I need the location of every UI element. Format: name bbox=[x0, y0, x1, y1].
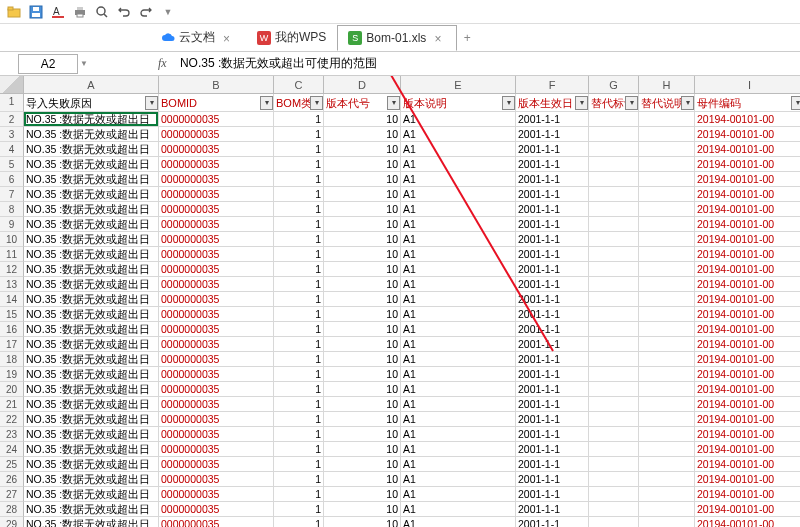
data-cell[interactable]: 20194-00101-00 bbox=[695, 322, 800, 337]
data-cell[interactable]: NO.35 :数据无效或超出日 bbox=[24, 457, 159, 472]
save-icon[interactable] bbox=[28, 4, 44, 20]
data-cell[interactable] bbox=[589, 487, 639, 502]
data-cell[interactable]: 20194-00101-00 bbox=[695, 382, 800, 397]
row-header[interactable]: 25 bbox=[0, 457, 24, 472]
data-cell[interactable]: 20194-00101-00 bbox=[695, 187, 800, 202]
data-cell[interactable]: NO.35 :数据无效或超出日 bbox=[24, 292, 159, 307]
row-header[interactable]: 24 bbox=[0, 442, 24, 457]
data-cell[interactable]: 0000000035 bbox=[159, 127, 274, 142]
data-cell[interactable]: 1 bbox=[274, 352, 324, 367]
row-header[interactable]: 3 bbox=[0, 127, 24, 142]
data-cell[interactable]: 2001-1-1 bbox=[516, 217, 589, 232]
column-header[interactable]: A bbox=[24, 76, 159, 94]
data-cell[interactable] bbox=[639, 322, 695, 337]
data-cell[interactable] bbox=[639, 352, 695, 367]
data-cell[interactable] bbox=[589, 442, 639, 457]
close-icon[interactable]: × bbox=[223, 32, 235, 44]
data-cell[interactable]: 0000000035 bbox=[159, 157, 274, 172]
data-cell[interactable]: A1 bbox=[401, 457, 516, 472]
data-cell[interactable] bbox=[639, 232, 695, 247]
column-header[interactable]: G bbox=[589, 76, 639, 94]
data-cell[interactable]: 0000000035 bbox=[159, 217, 274, 232]
header-cell[interactable]: 版本说明▾ bbox=[401, 94, 516, 112]
data-cell[interactable]: 0000000035 bbox=[159, 352, 274, 367]
data-cell[interactable]: 2001-1-1 bbox=[516, 292, 589, 307]
data-cell[interactable]: 1 bbox=[274, 487, 324, 502]
data-cell[interactable]: 10 bbox=[324, 187, 401, 202]
row-header[interactable]: 4 bbox=[0, 142, 24, 157]
header-cell[interactable]: 替代说明▾ bbox=[639, 94, 695, 112]
data-cell[interactable]: NO.35 :数据无效或超出日 bbox=[24, 502, 159, 517]
data-cell[interactable]: 2001-1-1 bbox=[516, 142, 589, 157]
data-cell[interactable]: 1 bbox=[274, 367, 324, 382]
print-icon[interactable] bbox=[72, 4, 88, 20]
data-cell[interactable]: 20194-00101-00 bbox=[695, 172, 800, 187]
data-cell[interactable] bbox=[589, 517, 639, 527]
column-header[interactable]: I bbox=[695, 76, 800, 94]
filter-dropdown-icon[interactable]: ▾ bbox=[145, 96, 158, 110]
data-cell[interactable]: 20194-00101-00 bbox=[695, 472, 800, 487]
column-header[interactable]: B bbox=[159, 76, 274, 94]
data-cell[interactable] bbox=[639, 412, 695, 427]
data-cell[interactable]: NO.35 :数据无效或超出日 bbox=[24, 487, 159, 502]
data-cell[interactable]: 2001-1-1 bbox=[516, 187, 589, 202]
row-header[interactable]: 18 bbox=[0, 352, 24, 367]
data-cell[interactable]: A1 bbox=[401, 427, 516, 442]
data-cell[interactable]: 2001-1-1 bbox=[516, 412, 589, 427]
data-cell[interactable]: 20194-00101-00 bbox=[695, 412, 800, 427]
data-cell[interactable] bbox=[589, 427, 639, 442]
data-cell[interactable] bbox=[639, 202, 695, 217]
folder-icon[interactable] bbox=[6, 4, 22, 20]
data-cell[interactable]: 0000000035 bbox=[159, 517, 274, 527]
data-cell[interactable]: 1 bbox=[274, 502, 324, 517]
data-cell[interactable]: 2001-1-1 bbox=[516, 307, 589, 322]
row-header[interactable]: 21 bbox=[0, 397, 24, 412]
data-cell[interactable]: A1 bbox=[401, 247, 516, 262]
data-cell[interactable]: NO.35 :数据无效或超出日 bbox=[24, 217, 159, 232]
data-cell[interactable]: 20194-00101-00 bbox=[695, 352, 800, 367]
data-cell[interactable]: NO.35 :数据无效或超出日 bbox=[24, 322, 159, 337]
data-cell[interactable] bbox=[589, 232, 639, 247]
data-cell[interactable]: A1 bbox=[401, 187, 516, 202]
data-cell[interactable]: 1 bbox=[274, 127, 324, 142]
formula-value[interactable]: NO.35 :数据无效或超出可使用的范围 bbox=[174, 55, 800, 72]
filter-dropdown-icon[interactable]: ▾ bbox=[260, 96, 273, 110]
data-cell[interactable] bbox=[639, 487, 695, 502]
data-cell[interactable]: 1 bbox=[274, 517, 324, 527]
data-cell[interactable]: NO.35 :数据无效或超出日 bbox=[24, 352, 159, 367]
data-cell[interactable]: 10 bbox=[324, 517, 401, 527]
data-cell[interactable]: 2001-1-1 bbox=[516, 262, 589, 277]
data-cell[interactable] bbox=[639, 127, 695, 142]
data-cell[interactable]: 1 bbox=[274, 232, 324, 247]
row-header[interactable]: 5 bbox=[0, 157, 24, 172]
data-cell[interactable] bbox=[589, 397, 639, 412]
data-cell[interactable]: 2001-1-1 bbox=[516, 487, 589, 502]
data-cell[interactable]: 1 bbox=[274, 307, 324, 322]
data-cell[interactable]: 2001-1-1 bbox=[516, 277, 589, 292]
data-cell[interactable]: 20194-00101-00 bbox=[695, 262, 800, 277]
data-cell[interactable]: 2001-1-1 bbox=[516, 202, 589, 217]
data-cell[interactable]: 0000000035 bbox=[159, 277, 274, 292]
data-cell[interactable]: 2001-1-1 bbox=[516, 502, 589, 517]
data-cell[interactable]: A1 bbox=[401, 292, 516, 307]
name-box[interactable] bbox=[18, 54, 78, 74]
column-header[interactable]: D bbox=[324, 76, 401, 94]
data-cell[interactable] bbox=[639, 442, 695, 457]
data-cell[interactable] bbox=[639, 307, 695, 322]
data-cell[interactable]: 2001-1-1 bbox=[516, 157, 589, 172]
data-cell[interactable]: NO.35 :数据无效或超出日 bbox=[24, 172, 159, 187]
data-cell[interactable]: 2001-1-1 bbox=[516, 517, 589, 527]
data-cell[interactable]: 0000000035 bbox=[159, 262, 274, 277]
row-header[interactable]: 28 bbox=[0, 502, 24, 517]
data-cell[interactable] bbox=[589, 157, 639, 172]
data-cell[interactable] bbox=[589, 292, 639, 307]
row-header[interactable]: 23 bbox=[0, 427, 24, 442]
data-cell[interactable]: 0000000035 bbox=[159, 307, 274, 322]
close-icon[interactable]: × bbox=[434, 32, 446, 44]
filter-dropdown-icon[interactable]: ▾ bbox=[387, 96, 400, 110]
row-header[interactable]: 2 bbox=[0, 112, 24, 127]
data-cell[interactable] bbox=[589, 262, 639, 277]
data-cell[interactable] bbox=[639, 397, 695, 412]
data-cell[interactable]: 10 bbox=[324, 112, 401, 127]
add-tab-button[interactable]: + bbox=[457, 31, 477, 45]
